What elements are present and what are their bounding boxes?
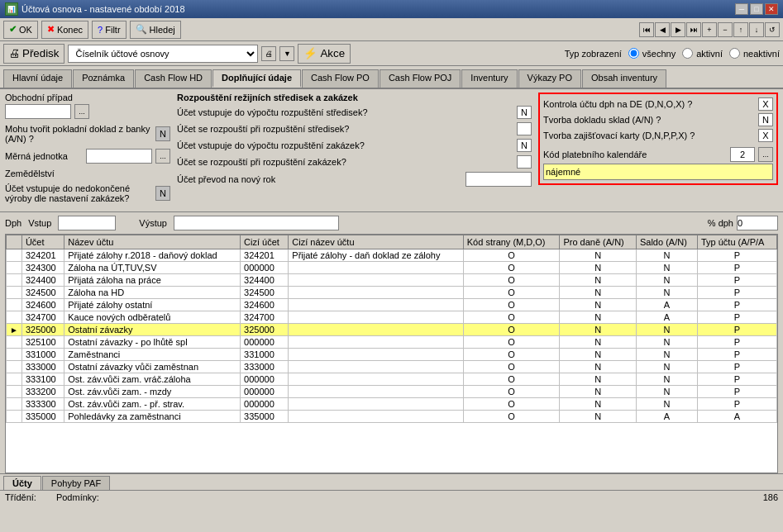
kod-cell: O — [463, 274, 560, 287]
nav-last-button[interactable]: ⏭ — [686, 22, 701, 37]
print-icon-btn[interactable]: 🖨 — [261, 46, 276, 61]
tab-obsah-inventury[interactable]: Obsah inventury — [582, 69, 666, 88]
arrow-cell — [7, 398, 22, 411]
ucet-vstupuje-value: N — [155, 186, 170, 201]
kod-cell: O — [463, 262, 560, 274]
typ-cell: P — [697, 287, 776, 299]
bottom-tab-bar: Účty Pohyby PAF — [0, 473, 783, 490]
nav-prev-button[interactable]: ◀ — [655, 22, 670, 37]
kod-cell: O — [463, 411, 560, 423]
ucet-cell: 324400 — [21, 274, 64, 287]
merna-jednotka-input[interactable] — [86, 149, 152, 164]
table-row[interactable]: 333300 Ost. záv.vůči zam. - př. strav. 0… — [7, 398, 777, 411]
akce-button[interactable]: ⚡ Akce — [298, 44, 351, 64]
table-row[interactable]: 333200 Ost. záv.vůči zam. - mzdy 000000 … — [7, 386, 777, 398]
col-cizi-nazev[interactable]: Cizí název účtu — [289, 235, 463, 249]
saldo-cell: N — [636, 262, 697, 274]
tab-doplnujici-udaje[interactable]: Doplňující údaje — [212, 69, 301, 88]
table-row[interactable]: 324300 Záloha na ÚT,TUV,SV 000000 O N N … — [7, 262, 777, 274]
table-row[interactable]: 335000 Pohledávky za zaměstnanci 335000 … — [7, 411, 777, 423]
vystup-input[interactable] — [174, 216, 339, 230]
table-row[interactable]: 324400 Přijatá záloha na práce 324400 O … — [7, 274, 777, 287]
row5-input[interactable] — [466, 172, 532, 187]
maximize-button[interactable]: □ — [750, 3, 763, 15]
table-row[interactable]: 331000 Zaměstnanci 331000 O N N P — [7, 349, 777, 361]
col-saldo[interactable]: Saldo (A/N) — [636, 235, 697, 249]
obchodni-pripad-input[interactable] — [5, 104, 71, 119]
minimize-button[interactable]: ─ — [735, 3, 748, 15]
tab-inventury[interactable]: Inventury — [461, 69, 517, 88]
tab-poznamka[interactable]: Poznámka — [73, 69, 134, 88]
radio-aktivni[interactable]: aktivní — [682, 48, 723, 59]
kod-cell: O — [463, 299, 560, 311]
vstup-input[interactable] — [58, 216, 116, 230]
nazev-cell: Ostatní závazky - po lhůtě spl — [64, 336, 241, 349]
table-row[interactable]: 324201 Přijaté zálohy r.2018 - daňový do… — [7, 249, 777, 262]
table-row[interactable]: 324500 Záloha na HD 324500 O N N P — [7, 287, 777, 299]
col-kod[interactable]: Kód strany (M,D,O) — [463, 235, 560, 249]
typ-zobrazeni-label: Typ zobrazení — [565, 49, 622, 59]
bottom-tab-pohyby-paf[interactable]: Pohyby PAF — [42, 476, 110, 490]
nav-add-button[interactable]: + — [702, 22, 717, 37]
tab-cash-flow-hd[interactable]: Cash Flow HD — [135, 69, 212, 88]
ciselnik-dropdown[interactable]: Číselník účtové osnovy — [68, 45, 258, 63]
table-row[interactable]: 324700 Kauce nových odběratelů 324700 O … — [7, 311, 777, 324]
tab-hlavni-udaje[interactable]: Hlavní údaje — [3, 69, 72, 88]
nav-refresh-button[interactable]: ↺ — [765, 22, 780, 37]
table-row[interactable]: 333100 Ost. záv.vůči zam. vráč.záloha 00… — [7, 373, 777, 386]
row4-value — [517, 155, 532, 169]
tab-vykazy-po[interactable]: Výkazy PO — [518, 69, 581, 88]
kod-cell: O — [463, 336, 560, 349]
status-bar: Třídění: Podmínky: 186 — [0, 490, 783, 504]
ucet-vstupuje-label: Účet vstupuje do nedokončené výroby dle … — [5, 183, 152, 203]
merna-jednotka-btn[interactable]: ... — [155, 149, 170, 164]
saldo-cell: N — [636, 249, 697, 262]
table-row[interactable]: 325100 Ostatní závazky - po lhůtě spl 00… — [7, 336, 777, 349]
nav-down-button[interactable]: ↓ — [749, 22, 764, 37]
pro-dane-cell: N — [560, 336, 637, 349]
kpk-input[interactable] — [730, 147, 755, 162]
radio-vsechny[interactable]: všechny — [628, 48, 676, 59]
col-typ[interactable]: Typ účtu (A/P/A — [697, 235, 776, 249]
kod-cell: O — [463, 324, 560, 336]
col-nazev[interactable]: Název účtu — [64, 235, 241, 249]
najemne-input[interactable] — [543, 164, 773, 180]
typ-cell: P — [697, 349, 776, 361]
table-row[interactable]: ► 325000 Ostatní závazky 325000 O N N P — [7, 324, 777, 336]
saldo-cell: N — [636, 274, 697, 287]
tab-cash-flow-poj[interactable]: Cash Flow POJ — [380, 69, 461, 88]
table-row[interactable]: 333000 Ostatní závazky vůči zaměstnan 33… — [7, 361, 777, 373]
ucet-cell: 324201 — [21, 249, 64, 262]
hledat-button[interactable]: 🔍 Hledej — [130, 21, 181, 39]
kontrola-label: Kontrola účtu dph na DE (D,N,O,X) ? — [543, 99, 758, 109]
predisk-button[interactable]: 🖨 Předisk — [3, 44, 64, 64]
col-cizi-ucet[interactable]: Cizí účet — [241, 235, 289, 249]
window-title: Účtová osnova - nastavené období 2018 — [21, 4, 185, 14]
arrow-cell — [7, 262, 22, 274]
radio-neaktivni[interactable]: neaktivní — [729, 48, 780, 59]
konec-button[interactable]: ✖ Konec — [41, 21, 88, 39]
count-item: 186 — [763, 492, 778, 502]
col-ucet[interactable]: Účet — [21, 235, 64, 249]
cizi-nazev-cell — [289, 349, 463, 361]
col-arrow — [7, 235, 22, 249]
close-button[interactable]: ✕ — [765, 3, 778, 15]
accounts-table-container: Účet Název účtu Cizí účet Cizí název účt… — [5, 234, 778, 473]
nav-first-button[interactable]: ⏮ — [639, 22, 654, 37]
cizi-nazev-cell — [289, 373, 463, 386]
table-row[interactable]: 324600 Přijaté zálohy ostatní 324600 O N… — [7, 299, 777, 311]
cizi-ucet-cell: 331000 — [241, 349, 289, 361]
nav-remove-button[interactable]: − — [718, 22, 733, 37]
procent-dph-input[interactable] — [737, 216, 778, 230]
kpk-btn[interactable]: ... — [758, 147, 773, 162]
tab-cash-flow-po[interactable]: Cash Flow PO — [302, 69, 379, 88]
ok-button[interactable]: ✔ OK — [3, 21, 38, 39]
nav-up-button[interactable]: ↑ — [733, 22, 748, 37]
tvorba2-row: Tvorba zajišťovací karty (D,N,P,P,X) ? X — [543, 129, 773, 142]
dropdown-arrow-btn[interactable]: ▼ — [279, 46, 294, 61]
obchodni-pripad-btn[interactable]: ... — [74, 104, 89, 119]
bottom-tab-ucty[interactable]: Účty — [3, 476, 41, 490]
filtr-button[interactable]: ? Filtr — [92, 21, 126, 39]
nav-next-button[interactable]: ▶ — [671, 22, 685, 37]
col-pro-dane[interactable]: Pro daně (A/N) — [560, 235, 637, 249]
